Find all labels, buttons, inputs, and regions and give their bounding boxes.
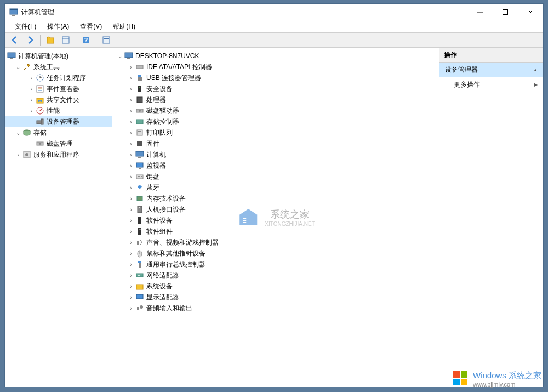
svg-rect-1 xyxy=(10,9,18,10)
expand-icon[interactable]: › xyxy=(128,151,134,158)
menu-help[interactable]: 帮助(H) xyxy=(109,21,140,32)
device-category-icon xyxy=(135,271,144,280)
device-category-label: 人机接口设备 xyxy=(146,205,186,214)
device-category[interactable]: ›系统设备 xyxy=(112,281,439,292)
expand-icon[interactable]: › xyxy=(128,173,134,180)
expand-icon[interactable]: › xyxy=(128,206,134,213)
expand-icon[interactable]: › xyxy=(128,195,134,202)
expand-icon[interactable]: › xyxy=(128,294,134,300)
expand-icon[interactable]: › xyxy=(28,107,35,114)
tree-shared-folders[interactable]: › 共享文件夹 xyxy=(5,94,112,105)
device-category-label: 音频输入和输出 xyxy=(146,304,192,313)
collapse-icon[interactable]: ⌄ xyxy=(15,129,21,136)
tree-disk-management[interactable]: 磁盘管理 xyxy=(5,138,112,149)
device-category[interactable]: ›计算机 xyxy=(112,149,439,160)
expand-icon[interactable]: › xyxy=(128,129,134,136)
device-category[interactable]: ›内存技术设备 xyxy=(112,193,439,204)
device-category[interactable]: ›安全设备 xyxy=(112,83,439,94)
window-controls xyxy=(467,4,543,20)
expand-icon[interactable]: › xyxy=(128,272,134,279)
menu-view[interactable]: 查看(V) xyxy=(76,21,106,32)
device-category[interactable]: ›IDE ATA/ATAPI 控制器 xyxy=(112,61,439,72)
svg-rect-60 xyxy=(138,217,141,224)
device-category[interactable]: ›固件 xyxy=(112,138,439,149)
tree-system-tools[interactable]: ⌄ 系统工具 xyxy=(5,61,112,72)
device-root[interactable]: ⌄ DESKTOP-8N7UVCK xyxy=(112,50,439,61)
expand-icon[interactable]: › xyxy=(28,86,35,92)
maximize-button[interactable] xyxy=(493,4,518,20)
expand-icon[interactable]: › xyxy=(28,75,35,81)
collapse-icon[interactable]: ⌄ xyxy=(15,64,21,70)
device-category[interactable]: ›处理器 xyxy=(112,94,439,105)
actions-more[interactable]: 更多操作 ▶ xyxy=(439,77,543,92)
svg-rect-28 xyxy=(37,121,41,124)
svg-rect-61 xyxy=(138,228,141,235)
device-category[interactable]: ›USB 连接器管理器 xyxy=(112,72,439,83)
content-area: 计算机管理(本地) ⌄ 系统工具 › 任务计划程序 › 事件查看器 › 共享文件… xyxy=(5,48,543,387)
device-category[interactable]: ›音频输入和输出 xyxy=(112,303,439,314)
device-category[interactable]: ›鼠标和其他指针设备 xyxy=(112,248,439,259)
device-category[interactable]: ›监视器 xyxy=(112,160,439,171)
device-category-label: 声音、视频和游戏控制器 xyxy=(146,238,219,247)
main-window: 计算机管理 文件(F) 操作(A) 查看(V) 帮助(H) ? 计算机管理(本地… xyxy=(4,3,544,387)
expand-icon[interactable]: › xyxy=(128,305,134,311)
menu-action[interactable]: 操作(A) xyxy=(43,21,73,32)
device-category[interactable]: ›存储控制器 xyxy=(112,116,439,127)
expand-icon[interactable]: › xyxy=(128,162,134,169)
tree-task-scheduler[interactable]: › 任务计划程序 xyxy=(5,72,112,83)
expand-icon[interactable]: › xyxy=(128,75,134,81)
svg-rect-79 xyxy=(461,371,467,378)
tree-label: 服务和应用程序 xyxy=(33,150,79,160)
close-button[interactable] xyxy=(518,4,543,20)
expand-icon[interactable]: › xyxy=(128,140,134,147)
expand-icon[interactable]: › xyxy=(128,217,134,224)
device-category[interactable]: ›通用串行总线控制器 xyxy=(112,259,439,270)
expand-icon[interactable]: › xyxy=(128,118,134,125)
svg-rect-72 xyxy=(136,294,143,299)
device-category[interactable]: ›软件设备 xyxy=(112,215,439,226)
brand-url: www.bjjmlv.com xyxy=(473,381,541,388)
expand-icon[interactable]: › xyxy=(128,64,134,70)
device-category-icon xyxy=(135,117,144,126)
help-button[interactable]: ? xyxy=(79,33,93,47)
tree-storage[interactable]: ⌄ 存储 xyxy=(5,127,112,138)
minimize-button[interactable] xyxy=(467,4,493,20)
up-button[interactable] xyxy=(44,33,57,47)
tree-root[interactable]: 计算机管理(本地) xyxy=(5,50,112,61)
device-category[interactable]: ›键盘 xyxy=(112,171,439,182)
expand-icon[interactable]: › xyxy=(128,283,134,289)
device-tree[interactable]: ⌄ DESKTOP-8N7UVCK ›IDE ATA/ATAPI 控制器›USB… xyxy=(112,48,439,387)
menu-file[interactable]: 文件(F) xyxy=(10,21,41,32)
device-category[interactable]: ›蓝牙 xyxy=(112,182,439,193)
expand-icon[interactable]: › xyxy=(128,261,134,268)
back-button[interactable] xyxy=(8,33,21,47)
properties-button[interactable] xyxy=(59,33,72,47)
expand-icon[interactable]: › xyxy=(28,96,35,103)
tree-event-viewer[interactable]: › 事件查看器 xyxy=(5,83,112,94)
actions-device-manager[interactable]: 设备管理器 ▲ xyxy=(439,63,543,77)
forward-button[interactable] xyxy=(24,33,37,47)
device-category[interactable]: ›磁盘驱动器 xyxy=(112,105,439,116)
device-category[interactable]: ›显示适配器 xyxy=(112,292,439,303)
navigation-tree[interactable]: 计算机管理(本地) ⌄ 系统工具 › 任务计划程序 › 事件查看器 › 共享文件… xyxy=(5,48,112,387)
refresh-button[interactable] xyxy=(100,33,113,47)
expand-icon[interactable]: › xyxy=(128,239,134,246)
expand-icon[interactable]: › xyxy=(128,96,134,103)
collapse-icon[interactable]: ⌄ xyxy=(117,53,123,59)
brand-watermark: Windows 系统之家 www.bjjmlv.com xyxy=(452,370,541,388)
expand-icon[interactable]: › xyxy=(128,86,134,92)
device-category[interactable]: ›打印队列 xyxy=(112,127,439,138)
device-category[interactable]: ›人机接口设备 xyxy=(112,204,439,215)
device-category-icon xyxy=(135,227,144,236)
expand-icon[interactable]: › xyxy=(128,107,134,114)
expand-icon[interactable]: › xyxy=(128,228,134,235)
device-category[interactable]: ›声音、视频和游戏控制器 xyxy=(112,237,439,248)
device-category[interactable]: ›网络适配器 xyxy=(112,270,439,281)
expand-icon[interactable]: › xyxy=(15,151,21,158)
tree-device-manager[interactable]: 设备管理器 xyxy=(5,116,112,127)
expand-icon[interactable]: › xyxy=(128,250,134,257)
device-category[interactable]: ›软件组件 xyxy=(112,226,439,237)
tree-performance[interactable]: › 性能 xyxy=(5,105,112,116)
tree-services-apps[interactable]: › 服务和应用程序 xyxy=(5,149,112,160)
expand-icon[interactable]: › xyxy=(128,184,134,191)
